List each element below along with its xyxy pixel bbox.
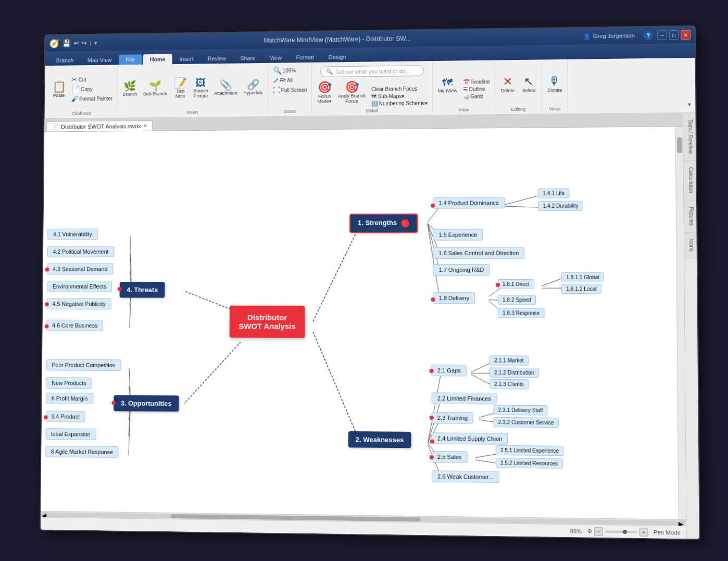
node-opp-2[interactable]: New Products <box>46 377 92 389</box>
node-2-3-1[interactable]: 2.3.1 Delivery Staff <box>493 405 547 415</box>
node-1-4-2[interactable]: 1.4.2 Durability <box>538 201 583 210</box>
voice-group-label: Voice <box>549 106 560 111</box>
hscroll-left-button[interactable]: ◀ <box>42 512 48 517</box>
node-1-4[interactable]: 1.4 Product Dominance <box>433 197 505 209</box>
fit-all-button[interactable]: ⤢ Fit All <box>271 75 294 84</box>
node-1-8-1-2[interactable]: 1.8.1.2 Local <box>561 284 601 294</box>
tab-share[interactable]: Share <box>233 53 262 63</box>
node-2-1[interactable]: 2.1 Gaps <box>432 364 467 376</box>
branch-button[interactable]: 🌿 Branch <box>121 79 140 97</box>
gantt-button[interactable]: 📊 Gantt <box>461 92 492 99</box>
node-2-1-2[interactable]: 2.1.2 Distribution <box>489 367 539 378</box>
node-1-5[interactable]: 1.5 Experience <box>433 229 483 240</box>
apply-branch-focus-button[interactable]: 🎯 Apply BranchFocus <box>336 80 368 105</box>
node-strengths[interactable]: 1. Strengths 🔴 <box>349 213 418 232</box>
hscroll-right-button[interactable]: ▶ <box>679 520 685 525</box>
tab-view[interactable]: View <box>262 52 289 63</box>
sub-maps-button[interactable]: 🗺 Sub-Maps▾ <box>370 92 429 99</box>
tab-review[interactable]: Review <box>200 53 233 64</box>
hyperlink-button[interactable]: 🔗 Hyperlink <box>241 78 265 96</box>
tab-insert[interactable]: Insert <box>172 53 200 64</box>
zoom-slider[interactable] <box>605 530 637 533</box>
tab-format[interactable]: Format <box>289 52 321 62</box>
node-1-7[interactable]: 1.7 Ongoing R&D <box>433 264 489 275</box>
node-2-2[interactable]: 2.2 Limited Finances <box>432 392 497 404</box>
central-node[interactable]: DistributorSWOT Analysis <box>230 305 305 338</box>
node-4-2[interactable]: 4.2 Political Movement <box>47 246 115 257</box>
node-4-3[interactable]: 4.3 Seasonal Demand <box>47 263 113 275</box>
node-opportunities[interactable]: 3. Opportunities <box>114 395 179 412</box>
dictate-button[interactable]: 🎙 Dictate <box>545 74 564 93</box>
text-note-button[interactable]: 📝 TextNote <box>171 76 190 99</box>
doc-tab-swot[interactable]: 📄 Distributor SWOT Analysis.mvdx ✕ <box>46 120 153 131</box>
numbering-scheme-button[interactable]: 🔢 Numbering Scheme▾ <box>370 99 429 107</box>
full-screen-button[interactable]: ⛶ Full Screen <box>271 85 309 94</box>
view-buttons: 🗺 MapView 📅 Timeline ☰ Outline 📊 Gantt <box>436 63 492 106</box>
node-env[interactable]: Environmental Effects <box>47 281 112 292</box>
timeline-button[interactable]: 📅 Timeline <box>461 78 492 85</box>
zoom-out-button[interactable]: − <box>594 527 603 535</box>
panel-tab-pictures[interactable]: Pictures <box>684 200 696 232</box>
node-2-1-3[interactable]: 2.1.3 Clients <box>489 379 529 389</box>
quick-redo[interactable]: ↪ <box>82 39 87 46</box>
sub-branch-button[interactable]: 🌱 Sub-Branch <box>141 79 169 97</box>
mapview-button[interactable]: 🗺 MapView <box>436 76 459 94</box>
node-opp-3[interactable]: h Profit Margin <box>46 392 93 404</box>
node-opp-1[interactable]: Poor Product Competition <box>46 359 121 370</box>
help-icon[interactable]: ? <box>644 30 654 40</box>
node-2-5[interactable]: 2.5 Sales <box>432 451 468 463</box>
outline-button[interactable]: ☰ Outline <box>461 85 492 92</box>
node-1-8-1[interactable]: 1.8.1 Direct <box>498 279 534 289</box>
node-2-3[interactable]: 2.3 Training <box>432 412 474 423</box>
node-1-8-3[interactable]: 1.8.3 Response <box>498 308 545 318</box>
focus-mode-button[interactable]: 🎯 FocusMode▾ <box>315 80 334 105</box>
node-weaknesses[interactable]: 2. Weaknesses <box>348 431 411 447</box>
node-threats[interactable]: 4. Threats <box>120 281 165 297</box>
panel-tab-calculation[interactable]: Calculation <box>684 160 696 200</box>
maximize-button[interactable]: □ <box>669 30 679 40</box>
tab-home[interactable]: Home <box>143 54 172 64</box>
tab-branch[interactable]: Branch <box>49 55 81 65</box>
panel-tab-task[interactable]: Task / Timeline <box>683 113 696 160</box>
minimize-button[interactable]: ─ <box>657 30 667 40</box>
doc-tab-close[interactable]: ✕ <box>143 123 147 129</box>
close-button[interactable]: ✕ <box>681 30 691 39</box>
attachment-button[interactable]: 📎 Attachment <box>212 78 240 96</box>
node-2-5-1[interactable]: 2.5.1 Limited Experience <box>496 445 564 456</box>
zoom-in-button[interactable]: + <box>639 527 648 536</box>
select-button[interactable]: ↖ Select <box>519 74 538 93</box>
node-2-1-1[interactable]: 2.1.1 Market <box>489 355 529 366</box>
node-4-6[interactable]: 4.6 Core Business <box>46 319 103 331</box>
node-1-8[interactable]: 1.8 Delivery <box>433 292 475 304</box>
ribbon-collapse-button[interactable]: ▾ <box>686 99 694 109</box>
panel-tab-icons[interactable]: Icons <box>684 232 697 258</box>
tab-design[interactable]: Design <box>321 52 354 62</box>
node-opp-5[interactable]: lobal Expansion <box>45 428 96 440</box>
mind-map-canvas[interactable]: DistributorSWOT Analysis 1. Strengths 🔴 … <box>41 127 686 519</box>
node-1-8-2[interactable]: 1.8.2 Speed <box>498 295 536 305</box>
node-4-5[interactable]: 4.5 Negative Publicity <box>47 298 111 309</box>
node-2-6[interactable]: 2.6 Weak Customer... <box>432 470 499 483</box>
node-2-3-2[interactable]: 2.3.2 Customer Service <box>493 417 558 427</box>
node-2-5-2[interactable]: 2.5.2 Limited Resources <box>496 458 563 469</box>
node-1-4-1[interactable]: 1.4.1 Life <box>538 188 569 198</box>
quick-save[interactable]: 💾 <box>62 39 71 47</box>
tab-file[interactable]: File <box>119 54 142 65</box>
quick-undo[interactable]: ↩ <box>74 39 79 46</box>
copy-button[interactable]: 📄 Copy <box>70 84 114 93</box>
format-painter-button[interactable]: 🖌 Format Painter <box>70 94 114 103</box>
node-2-4[interactable]: 2.4 Limited Supply Chain <box>432 432 508 445</box>
clear-branch-focus-button[interactable]: Clear Branch Focus <box>370 85 429 92</box>
node-1-8-1-1[interactable]: 1.8.1.1 Global <box>561 272 604 282</box>
search-bar[interactable]: 🔍 Tell me what you want to do... <box>320 65 424 77</box>
zoom-100-button[interactable]: 🔍 100% <box>271 66 297 75</box>
node-opp-4[interactable]: 3.4 Product <box>46 410 85 422</box>
paste-button[interactable]: 📋 Paste <box>50 80 68 98</box>
node-opp-6[interactable]: 6 Agile Market Response <box>45 445 119 457</box>
node-1-6[interactable]: 1.6 Sales Control and Direction <box>433 247 524 258</box>
delete-button[interactable]: ✕ Delete <box>498 74 517 94</box>
cut-button[interactable]: ✂ Cut <box>70 74 114 84</box>
branch-picture-button[interactable]: 🖼 BranchPicture <box>192 76 210 99</box>
tab-mapview[interactable]: Map View <box>81 54 119 65</box>
node-4-1[interactable]: 4.1 Vulnerability <box>47 228 98 240</box>
